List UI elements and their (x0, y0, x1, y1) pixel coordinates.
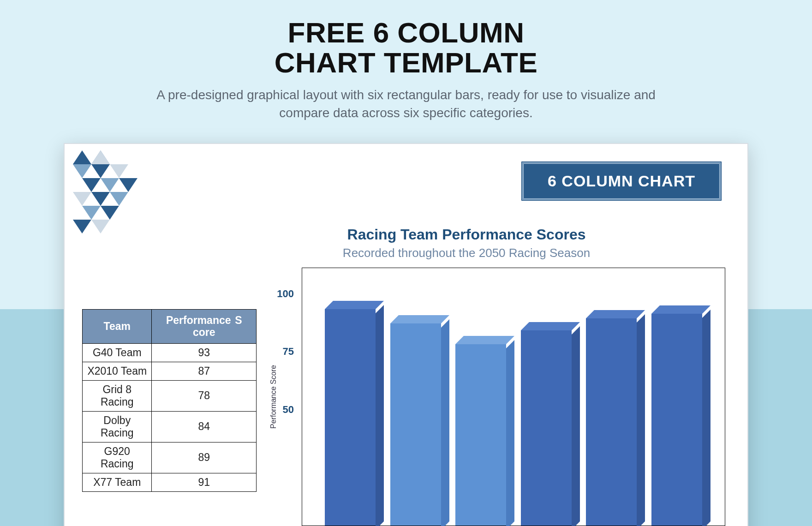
svg-marker-7 (101, 178, 119, 192)
col-header-score: Performance S core (152, 310, 257, 344)
page: FREE 6 COLUMN CHART TEMPLATE A pre-desig… (0, 0, 812, 526)
ytick: 75 (283, 346, 302, 358)
bar (325, 309, 376, 526)
table-row: G920 Racing89 (83, 442, 257, 473)
document-preview: 6 COLUMN CHART Racing Team Performance S… (64, 143, 748, 526)
bar (651, 314, 702, 526)
cell-team: X2010 Team (83, 362, 152, 380)
chart-subtitle: Recorded throughout the 2050 Racing Seas… (212, 246, 721, 260)
svg-marker-9 (73, 192, 91, 206)
table-row: X2010 Team87 (83, 362, 257, 380)
table-row: X77 Team91 (83, 473, 257, 491)
y-axis-label: Performance Score (269, 365, 278, 429)
bar (390, 323, 441, 526)
svg-marker-0 (73, 150, 91, 164)
table-row: Dolby Racing84 (83, 411, 257, 442)
cell-score: 89 (152, 442, 257, 473)
svg-marker-3 (73, 164, 91, 178)
cell-score: 87 (152, 362, 257, 380)
svg-marker-5 (110, 164, 128, 178)
chart-title: Racing Team Performance Scores (212, 226, 721, 243)
cell-team: G920 Racing (83, 442, 152, 473)
svg-marker-6 (82, 178, 101, 192)
main-title: FREE 6 COLUMN CHART TEMPLATE (0, 18, 812, 78)
table-row: G40 Team93 (83, 343, 257, 362)
col-header-team: Team (83, 310, 152, 344)
table-header-row: Team Performance S core (83, 310, 257, 344)
svg-marker-8 (119, 178, 137, 192)
cell-score: 78 (152, 380, 257, 411)
bar (586, 318, 637, 526)
bar (455, 344, 506, 526)
page-heading: FREE 6 COLUMN CHART TEMPLATE A pre-desig… (0, 0, 812, 122)
chart-type-badge: 6 COLUMN CHART (522, 162, 721, 200)
table-row: Grid 8 Racing78 (83, 380, 257, 411)
ytick: 100 (277, 288, 302, 300)
cell-score: 93 (152, 343, 257, 362)
cell-score: 91 (152, 473, 257, 491)
svg-marker-10 (91, 192, 110, 206)
cell-team: X77 Team (83, 473, 152, 491)
svg-marker-4 (91, 164, 110, 178)
cell-score: 84 (152, 411, 257, 442)
title-line-2: CHART TEMPLATE (275, 47, 538, 78)
cell-team: Dolby Racing (83, 411, 152, 442)
chart-plot-area: 100 75 50 Performance Score (302, 268, 725, 526)
svg-marker-11 (110, 192, 128, 206)
data-table: Team Performance S core G40 Team93 X2010… (82, 309, 257, 492)
svg-marker-13 (101, 206, 119, 220)
page-subtitle: A pre-designed graphical layout with six… (134, 86, 678, 122)
cell-team: Grid 8 Racing (83, 380, 152, 411)
ytick: 50 (283, 404, 302, 416)
chart-title-block: Racing Team Performance Scores Recorded … (65, 226, 721, 260)
cell-team: G40 Team (83, 343, 152, 362)
svg-marker-2 (91, 150, 110, 164)
svg-marker-12 (82, 206, 101, 220)
title-line-1: FREE 6 COLUMN (288, 17, 525, 48)
bar (521, 330, 572, 526)
bar-group (302, 268, 725, 526)
